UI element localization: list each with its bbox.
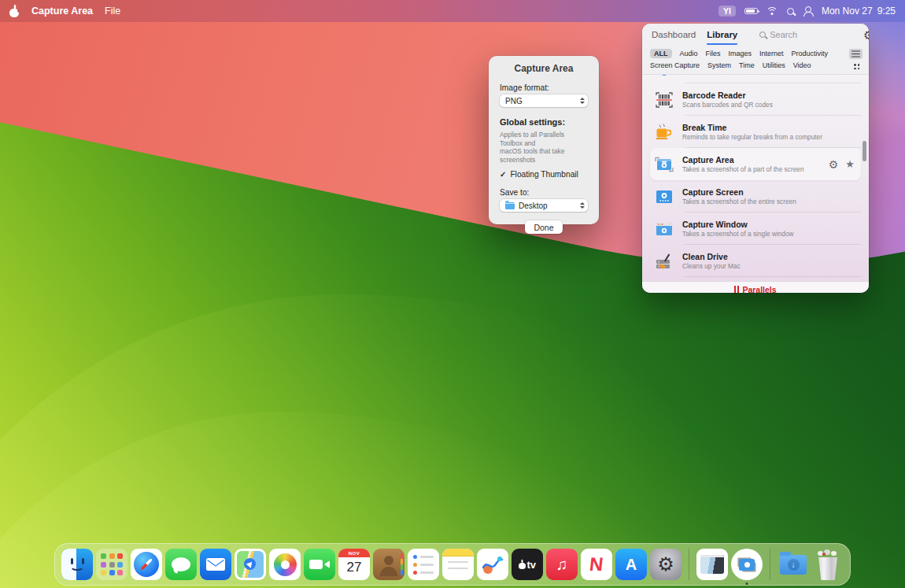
- done-button[interactable]: Done: [525, 220, 563, 234]
- dock-icon-launchpad[interactable]: [96, 549, 127, 580]
- scrollbar-thumb[interactable]: [863, 141, 866, 161]
- active-app-name[interactable]: Capture Area: [31, 6, 93, 17]
- spotlight-search-icon[interactable]: [787, 8, 794, 15]
- dock-icon-contacts[interactable]: [373, 549, 404, 580]
- barcode-reader-icon: [653, 91, 675, 109]
- settings-gear-icon[interactable]: ⚙: [863, 29, 869, 41]
- dock-icon-finder[interactable]: [61, 549, 93, 580]
- panel-footer: Parallels: [642, 281, 869, 293]
- parallels-brand: Parallels: [742, 285, 776, 294]
- download-arrow-icon: ↓: [788, 559, 800, 571]
- global-settings-label: Global settings:: [500, 117, 588, 127]
- parallels-logo-icon: [734, 286, 739, 293]
- floating-thumbnail-label: Floating Thumbnail: [510, 170, 578, 179]
- filter-files[interactable]: Files: [706, 50, 721, 57]
- menu-bar-date: Mon Nov 27: [822, 6, 873, 17]
- folder-icon: [505, 202, 515, 209]
- music-note-icon: ♫: [556, 556, 568, 574]
- parallels-toolbox-panel: Dashboard Library ⚙ ALL Audio Files Imag…: [642, 24, 869, 293]
- dock-icon-calendar[interactable]: NOV 27: [338, 549, 370, 580]
- dock-icon-maps[interactable]: [235, 549, 266, 580]
- dock-icon-safari[interactable]: [131, 549, 162, 580]
- dock-icon-freeform[interactable]: [477, 549, 508, 580]
- filter-utilities[interactable]: Utilities: [763, 61, 785, 69]
- capture-area-dialog: Capture Area Image format: PNG Global se…: [489, 56, 599, 224]
- dock-icon-messages[interactable]: [165, 549, 197, 580]
- dock-icon-facetime[interactable]: [304, 549, 335, 580]
- apple-logo-icon: [519, 560, 526, 569]
- save-to-select[interactable]: Desktop: [500, 199, 588, 212]
- dock: NOV 27 tv ♫ N A ⚙ ↓: [54, 543, 851, 586]
- tab-dashboard[interactable]: Dashboard: [652, 24, 696, 46]
- image-format-select[interactable]: PNG: [500, 94, 588, 107]
- filter-audio[interactable]: Audio: [680, 50, 698, 57]
- tool-row-barcode-generator[interactable]: Creates barcodes and QR codes: [650, 75, 861, 83]
- dock-icon-notes[interactable]: [442, 549, 474, 580]
- stepper-icon: [580, 202, 585, 209]
- tool-row-barcode-reader[interactable]: Barcode Reader Scans barcodes and QR cod…: [650, 83, 861, 116]
- filter-video[interactable]: Video: [793, 61, 811, 69]
- dock-icon-system-settings[interactable]: ⚙: [650, 549, 682, 580]
- calendar-month: NOV: [338, 549, 370, 557]
- input-source-badge[interactable]: YI: [718, 6, 736, 17]
- tool-settings-icon[interactable]: ⚙: [829, 159, 839, 170]
- battery-icon[interactable]: [744, 8, 758, 15]
- menu-file[interactable]: File: [105, 6, 120, 17]
- tool-row-capture-area[interactable]: Capture Area Takes a screenshot of a par…: [650, 148, 861, 180]
- dock-icon-reminders[interactable]: [408, 549, 439, 580]
- menu-bar: Capture Area File YI Mon Nov 27 9:25: [0, 0, 905, 22]
- dock-icon-app-store[interactable]: A: [615, 549, 647, 580]
- tool-row-capture-screen[interactable]: Capture Screen Takes a screenshot of the…: [650, 180, 861, 213]
- dock-icon-trash[interactable]: [812, 549, 844, 580]
- dock-icon-music[interactable]: ♫: [546, 549, 578, 580]
- panel-header: Dashboard Library ⚙: [642, 24, 869, 46]
- barcode-generator-icon: [653, 75, 675, 76]
- search-icon: [759, 31, 766, 38]
- apple-menu-icon[interactable]: [9, 6, 20, 17]
- image-format-label: Image format:: [500, 83, 588, 92]
- menu-bar-time: 9:25: [877, 6, 896, 17]
- filter-images[interactable]: Images: [729, 50, 752, 57]
- tool-row-capture-window[interactable]: Capture Window Takes a screenshot of a s…: [650, 213, 861, 245]
- filter-system[interactable]: System: [707, 61, 731, 69]
- filter-productivity[interactable]: Productivity: [792, 50, 829, 57]
- list-view-button[interactable]: [849, 49, 863, 59]
- dock-icon-capture-area-tool[interactable]: [731, 549, 763, 580]
- capture-window-icon: [653, 220, 675, 238]
- tool-row-break-time[interactable]: Break Time Reminds to take regular break…: [650, 116, 861, 148]
- dock-icon-apple-tv[interactable]: tv: [512, 549, 543, 580]
- global-settings-description: Applies to all Parallels Toolbox and mac…: [500, 131, 588, 164]
- dock-divider: [689, 549, 689, 580]
- category-filters: ALL Audio Files Images Internet Producti…: [642, 46, 869, 75]
- tool-row-clean-drive[interactable]: Clean Drive Cleans up your Mac: [650, 245, 861, 277]
- stepper-icon: [580, 98, 585, 104]
- dock-icon-news[interactable]: N: [581, 549, 612, 580]
- dock-icon-parallels-toolbox-window[interactable]: [696, 549, 728, 580]
- wifi-icon[interactable]: [766, 7, 778, 16]
- search-field[interactable]: [759, 30, 852, 39]
- image-format-value: PNG: [505, 97, 523, 105]
- tool-list: Creates barcodes and QR codes Barcode Re…: [642, 75, 869, 281]
- checkmark-icon: ✓: [500, 170, 506, 179]
- dialog-title: Capture Area: [489, 56, 599, 74]
- filter-internet[interactable]: Internet: [759, 50, 784, 57]
- favorite-star-icon[interactable]: ★: [845, 159, 855, 169]
- clean-drive-icon: [653, 253, 675, 270]
- dock-icon-mail[interactable]: [200, 549, 231, 580]
- break-time-icon: [653, 124, 675, 141]
- dock-icon-downloads[interactable]: ↓: [778, 549, 809, 580]
- grid-view-button[interactable]: [849, 61, 863, 71]
- floating-thumbnail-checkbox[interactable]: ✓ Floating Thumbnail: [500, 170, 588, 179]
- capture-area-icon: [653, 156, 675, 173]
- menu-bar-clock[interactable]: Mon Nov 27 9:25: [822, 6, 896, 17]
- dock-icon-photos[interactable]: [269, 549, 301, 580]
- dock-divider: [770, 549, 770, 580]
- filter-all[interactable]: ALL: [650, 49, 672, 58]
- filter-screen-capture[interactable]: Screen Capture: [650, 61, 700, 69]
- calendar-day: 27: [338, 557, 370, 578]
- user-switch-icon[interactable]: [803, 6, 813, 17]
- filter-time[interactable]: Time: [739, 61, 755, 69]
- tab-library[interactable]: Library: [707, 24, 737, 46]
- search-input[interactable]: [770, 30, 852, 39]
- save-to-value: Desktop: [519, 202, 548, 210]
